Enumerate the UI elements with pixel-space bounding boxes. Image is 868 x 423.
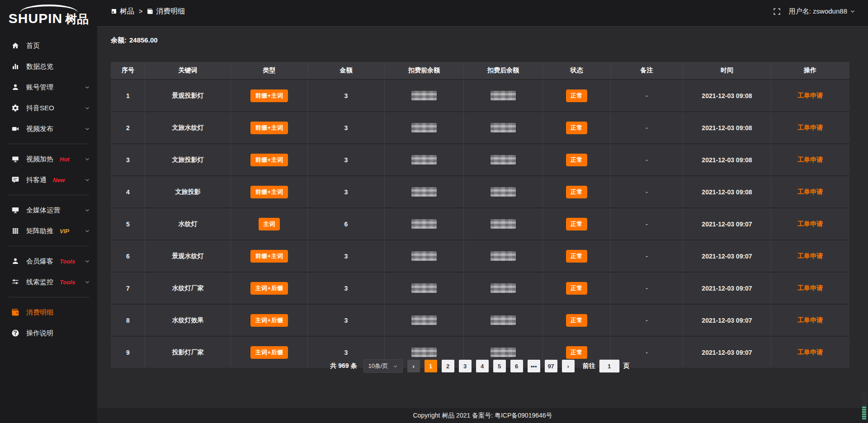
breadcrumb-item[interactable]: 树品 — [111, 7, 134, 16]
sidebar-item-douketong[interactable]: 抖客通New — [0, 169, 97, 190]
cell-balance-before — [385, 176, 464, 208]
action-link[interactable]: 工单申请 — [797, 284, 823, 291]
breadcrumb-item[interactable]: 消费明细 — [147, 7, 185, 16]
action-link[interactable]: 工单申请 — [797, 220, 823, 227]
fullscreen-icon[interactable] — [773, 8, 781, 15]
sidebar-item-matrix-boost[interactable]: 矩阵助推VIP — [0, 221, 97, 241]
breadcrumb-label: 树品 — [120, 7, 134, 16]
user-menu[interactable]: 用户名: zswodun88 — [789, 7, 855, 16]
page-ellipsis-button[interactable]: ••• — [528, 360, 540, 372]
logo-text-en: SHUPIN — [9, 11, 62, 26]
cell-keyword: 水纹灯厂家 — [145, 272, 231, 304]
chevron-down-icon — [85, 207, 90, 213]
goto-label: 前往 — [583, 362, 595, 370]
cell-keyword: 水纹灯效果 — [145, 304, 231, 336]
sidebar-menu: 首页数据总览账号管理抖音SEO视频发布视频加热Hot抖客通New全媒体运营矩阵助… — [0, 35, 97, 343]
chevron-down-icon — [85, 177, 90, 183]
table-header-row: 序号关键词类型金额扣费前余额扣费后余额状态备注时间操作 — [111, 62, 849, 80]
type-badge: 前缀+主词 — [250, 154, 288, 166]
status-badge: 正常 — [566, 346, 587, 359]
sidebar-item-member-burst[interactable]: 会员爆客Tools — [0, 251, 97, 272]
page-button-2[interactable]: 2 — [442, 360, 454, 372]
cell-remark: - — [611, 208, 683, 240]
scrollbar-thumb[interactable] — [862, 406, 866, 419]
sidebar-item-video-publish[interactable]: 视频发布 — [0, 118, 97, 139]
user-icon — [11, 257, 20, 266]
sidebar-item-video-heat[interactable]: 视频加热Hot — [0, 149, 97, 169]
masked-balance-after — [491, 155, 516, 164]
masked-balance-before — [411, 283, 437, 293]
sidebar-item-all-media[interactable]: 全媒体运营 — [0, 200, 97, 221]
cell-balance-before — [385, 240, 464, 272]
sidebar-item-clue-monitor[interactable]: 线索监控Tools — [0, 272, 97, 292]
type-badge: 前缀+主词 — [250, 89, 288, 102]
page-button-5[interactable]: 5 — [493, 360, 506, 372]
cell-balance-before — [385, 80, 464, 112]
page-button-6[interactable]: 6 — [510, 360, 523, 372]
cell-balance-after — [464, 144, 543, 176]
cell-type: 前缀+主词 — [231, 144, 308, 176]
sidebar-item-douyin-seo[interactable]: 抖音SEO — [0, 98, 97, 118]
status-badge: 正常 — [566, 282, 587, 295]
cell-remark: - — [611, 272, 683, 304]
page-button-97[interactable]: 97 — [545, 360, 557, 372]
sidebar-item-label: 全媒体运营 — [26, 206, 60, 215]
sidebar-item-home[interactable]: 首页 — [0, 35, 97, 56]
action-link[interactable]: 工单申请 — [797, 316, 823, 324]
sidebar-item-operation-guide[interactable]: 操作说明 — [0, 323, 97, 343]
next-page-button[interactable]: › — [562, 360, 575, 372]
action-link[interactable]: 工单申请 — [797, 252, 823, 259]
cell-status: 正常 — [543, 208, 611, 240]
masked-balance-before — [411, 123, 437, 132]
action-link[interactable]: 工单申请 — [797, 188, 823, 195]
action-link[interactable]: 工单申请 — [797, 156, 823, 163]
page-button-4[interactable]: 4 — [476, 360, 489, 372]
page-button-3[interactable]: 3 — [459, 360, 472, 372]
sliders-icon — [11, 277, 20, 287]
sidebar-item-consume-detail[interactable]: 消费明细 — [0, 302, 97, 323]
sidebar: SHUPIN 树品 首页数据总览账号管理抖音SEO视频发布视频加热Hot抖客通N… — [0, 0, 97, 423]
footer: Copyright 树品 2021 备案号: 粤ICP备09019646号 — [97, 408, 868, 423]
sidebar-item-label: 会员爆客 — [26, 257, 53, 266]
cell-index: 1 — [111, 80, 145, 112]
action-link[interactable]: 工单申请 — [797, 92, 823, 99]
cell-balance-before — [385, 144, 464, 176]
user-icon — [11, 83, 20, 92]
cell-balance-before — [385, 208, 464, 240]
cell-status: 正常 — [543, 240, 611, 272]
breadcrumb: 树品>消费明细 — [111, 7, 185, 16]
table-row: 4文旅投影前缀+主词3正常-2021-12-03 09:08工单申请 — [111, 176, 849, 208]
cell-remark: - — [611, 176, 683, 208]
cell-remark: - — [611, 240, 683, 272]
page-button-1[interactable]: 1 — [425, 360, 437, 372]
masked-balance-before — [411, 91, 437, 100]
column-header: 扣费后余额 — [464, 62, 543, 80]
bar-chart-icon — [11, 62, 20, 71]
action-link[interactable]: 工单申请 — [797, 348, 823, 356]
goto-page-input[interactable] — [599, 359, 620, 373]
sidebar-item-label: 账号管理 — [26, 83, 53, 92]
masked-balance-after — [491, 187, 516, 197]
status-badge: 正常 — [566, 122, 587, 134]
cell-keyword: 文旅水纹灯 — [145, 112, 231, 144]
cell-time: 2021-12-03 09:08 — [683, 144, 771, 176]
gear-icon — [11, 103, 20, 113]
sidebar-item-data-overview[interactable]: 数据总览 — [0, 56, 97, 77]
action-link[interactable]: 工单申请 — [797, 124, 823, 131]
type-badge: 主词 — [259, 218, 280, 230]
chevron-down-icon — [85, 156, 90, 162]
page-size-select[interactable]: 10条/页 — [363, 359, 403, 373]
sidebar-item-account-manage[interactable]: 账号管理 — [0, 77, 97, 98]
grid-icon — [11, 226, 20, 235]
cell-time: 2021-12-03 09:08 — [683, 112, 771, 144]
prev-page-button[interactable]: ‹ — [407, 360, 420, 372]
display-icon — [11, 155, 20, 164]
chevron-down-icon — [85, 85, 90, 90]
column-header: 金额 — [308, 62, 385, 80]
sidebar-divider — [8, 246, 89, 246]
chevron-down-icon — [85, 105, 90, 111]
scrollbar[interactable] — [862, 392, 867, 420]
cell-balance-after — [464, 208, 543, 240]
cell-balance-after — [464, 176, 543, 208]
cell-balance-after — [464, 272, 543, 304]
